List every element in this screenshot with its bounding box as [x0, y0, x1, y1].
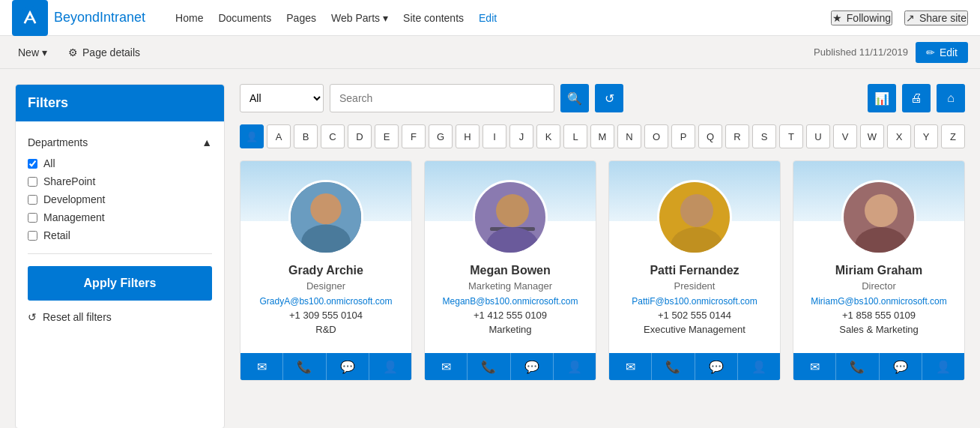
chevron-down-icon: ▾: [383, 12, 388, 24]
alpha-btn-n[interactable]: N: [617, 124, 641, 148]
alpha-btn-b[interactable]: B: [294, 124, 318, 148]
search-button[interactable]: 🔍: [560, 84, 589, 112]
filter-checkbox-sharepoint[interactable]: [28, 177, 37, 187]
departments-label: Departments: [28, 136, 88, 148]
nav-documents[interactable]: Documents: [218, 12, 271, 24]
filter-item-management[interactable]: Management: [28, 208, 212, 226]
view-profile-button[interactable]: 👤: [738, 353, 780, 380]
person-name: Patti Fernandez: [621, 264, 768, 277]
nav-links: Home Documents Pages Web Parts ▾ Site co…: [175, 12, 497, 24]
chat-button[interactable]: 💬: [695, 353, 738, 380]
alpha-btn-t[interactable]: T: [779, 124, 803, 148]
chat-button[interactable]: 💬: [511, 353, 554, 380]
alpha-btn-f[interactable]: F: [402, 124, 426, 148]
alpha-btn-v[interactable]: V: [833, 124, 857, 148]
departments-section-header[interactable]: Departments ▲: [28, 130, 212, 154]
published-status: Published 11/11/2019: [814, 46, 908, 58]
alpha-btn-z[interactable]: Z: [941, 124, 965, 148]
reset-filters-button[interactable]: ↺ Reset all filters: [28, 308, 112, 326]
send-email-button[interactable]: ✉: [241, 353, 283, 380]
view-profile-button[interactable]: 👤: [922, 353, 964, 380]
alpha-btn-x[interactable]: X: [887, 124, 911, 148]
logo-area: BeyondIntranet: [12, 0, 145, 36]
send-email-button[interactable]: ✉: [609, 353, 652, 380]
filter-item-all[interactable]: All: [28, 154, 212, 172]
call-button[interactable]: 📞: [836, 353, 879, 380]
toolbar-right: Published 11/11/2019 ✏ Edit: [814, 42, 968, 63]
page-details-button[interactable]: ⚙ Page details: [62, 43, 146, 61]
filter-item-retail[interactable]: Retail: [28, 226, 212, 244]
person-card: Grady Archie Designer GradyA@bs100.onmic…: [240, 160, 412, 381]
chat-button[interactable]: 💬: [880, 353, 922, 380]
following-button[interactable]: ★ Following: [831, 10, 892, 25]
alpha-btn-p[interactable]: P: [671, 124, 695, 148]
alpha-btn-j[interactable]: J: [509, 124, 533, 148]
chat-button[interactable]: 💬: [327, 353, 369, 380]
search-icon: 🔍: [567, 91, 582, 106]
send-email-button[interactable]: ✉: [425, 353, 468, 380]
nav-home[interactable]: Home: [175, 12, 203, 24]
filter-checkbox-development[interactable]: [28, 195, 37, 205]
alpha-btn-c[interactable]: C: [321, 124, 345, 148]
person-name: Grady Archie: [252, 264, 399, 277]
people-cards-grid: Grady Archie Designer GradyA@bs100.onmic…: [240, 160, 965, 381]
alpha-btn-g[interactable]: G: [429, 124, 453, 148]
filter-checkbox-retail[interactable]: [28, 231, 37, 241]
edit-button[interactable]: ✏ Edit: [916, 42, 968, 63]
view-profile-button[interactable]: 👤: [369, 353, 411, 380]
filter-checkbox-all[interactable]: [28, 159, 37, 169]
refresh-button[interactable]: ↺: [595, 84, 623, 112]
alpha-btn-s[interactable]: S: [752, 124, 776, 148]
nav-site-contents[interactable]: Site contents: [403, 12, 464, 24]
filters-title: Filters: [16, 85, 224, 121]
new-button[interactable]: New ▾: [12, 43, 53, 61]
call-button[interactable]: 📞: [283, 353, 326, 380]
alpha-btn-e[interactable]: E: [375, 124, 399, 148]
person-card: Patti Fernandez President PattiF@bs100.o…: [608, 160, 781, 381]
page-toolbar: New ▾ ⚙ Page details Published 11/11/201…: [0, 36, 980, 69]
alpha-btn-a[interactable]: A: [267, 124, 291, 148]
nav-edit[interactable]: Edit: [479, 12, 497, 24]
home-icon: ⌂: [947, 91, 955, 105]
departments-filter-list: All SharePoint Development Management Re…: [28, 154, 212, 244]
call-button[interactable]: 📞: [652, 353, 695, 380]
alpha-btn-i[interactable]: I: [483, 124, 506, 148]
view-profile-button[interactable]: 👤: [554, 353, 596, 380]
svg-point-5: [496, 194, 529, 227]
print-button[interactable]: 🖨: [902, 84, 931, 112]
search-category-select[interactable]: All Name Department Title: [240, 84, 324, 112]
person-title: Designer: [252, 280, 399, 292]
apply-filters-button[interactable]: Apply Filters: [28, 266, 212, 301]
alpha-btn-d[interactable]: D: [348, 124, 372, 148]
alpha-btn-k[interactable]: K: [536, 124, 560, 148]
alpha-btn-u[interactable]: U: [806, 124, 830, 148]
alpha-btn-r[interactable]: R: [725, 124, 749, 148]
share-button[interactable]: ↗ Share site: [904, 10, 968, 25]
filter-label-all: All: [43, 157, 55, 169]
avatar: [657, 180, 732, 255]
nav-webparts[interactable]: Web Parts ▾: [331, 12, 388, 24]
home-button[interactable]: ⌂: [937, 84, 965, 112]
share-icon: ↗: [906, 12, 915, 24]
alpha-btn-m[interactable]: M: [590, 124, 614, 148]
send-email-button[interactable]: ✉: [793, 353, 836, 380]
alpha-btn-l[interactable]: L: [563, 124, 587, 148]
nav-pages[interactable]: Pages: [286, 12, 316, 24]
filter-checkbox-management[interactable]: [28, 213, 37, 223]
alpha-btn-q[interactable]: Q: [698, 124, 722, 148]
filter-item-development[interactable]: Development: [28, 190, 212, 208]
alpha-btn-h[interactable]: H: [456, 124, 480, 148]
call-button[interactable]: 📞: [468, 353, 510, 380]
alpha-btn-all-people[interactable]: 👤: [240, 124, 264, 148]
filter-item-sharepoint[interactable]: SharePoint: [28, 172, 212, 190]
alpha-btn-o[interactable]: O: [644, 124, 668, 148]
avatar: [473, 180, 548, 255]
export-excel-button[interactable]: 📊: [868, 84, 896, 112]
person-email: MeganB@bs100.onmicrosoft.com: [437, 296, 584, 307]
search-input[interactable]: [330, 84, 554, 112]
alpha-btn-w[interactable]: W: [860, 124, 884, 148]
gear-icon: ⚙: [68, 46, 78, 58]
alpha-btn-y[interactable]: Y: [914, 124, 938, 148]
directory-area: All Name Department Title 🔍 ↺ 📊 🖨: [240, 84, 965, 428]
person-phone: +1 309 555 0104: [252, 310, 399, 321]
